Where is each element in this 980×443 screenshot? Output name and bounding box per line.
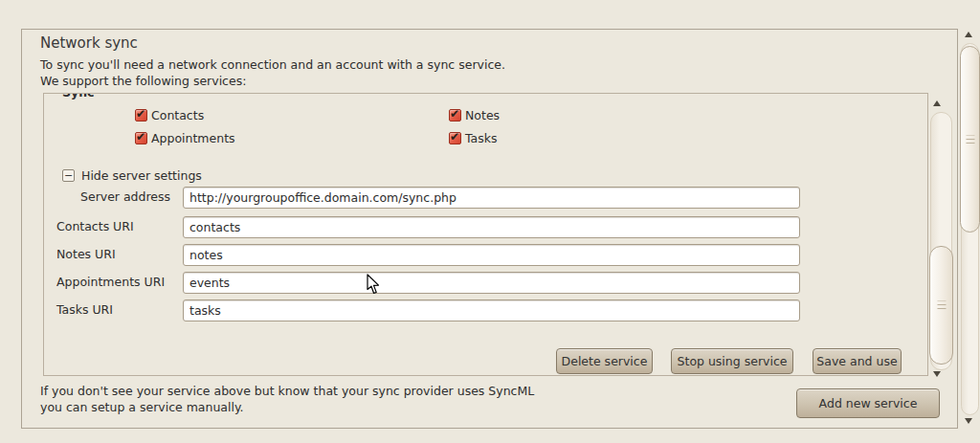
notes-uri-label: Notes URI (56, 247, 116, 261)
contacts-checkbox[interactable]: ✔ (135, 109, 147, 122)
tasks-checkbox[interactable]: ✔ (449, 132, 461, 144)
scrollbar-grip (966, 135, 974, 144)
check-icon: ✔ (136, 108, 145, 121)
notes-uri-input[interactable] (183, 244, 800, 266)
contacts-uri-label: Contacts URI (56, 219, 134, 233)
footer-line-2: you can setup a service manually. (40, 400, 244, 414)
intro-line-1: To sync you'll need a network connection… (40, 57, 505, 72)
check-icon: ✔ (136, 131, 145, 144)
appointments-uri-label: Appointments URI (56, 275, 165, 289)
delete-service-button[interactable]: Delete service (556, 348, 653, 374)
tasks-uri-label: Tasks URI (56, 302, 113, 317)
footer-line-1: If you don't see your service above but … (40, 384, 534, 398)
window-scroll-down-icon[interactable] (965, 418, 972, 424)
panel-scroll-up-icon[interactable] (933, 100, 941, 106)
tasks-uri-input[interactable] (183, 299, 800, 321)
collapse-icon[interactable]: − (62, 169, 75, 182)
sync-group-label: Sync (62, 93, 94, 100)
stop-using-service-button[interactable]: Stop using service (671, 348, 793, 374)
contacts-checkbox-label[interactable]: Contacts (151, 108, 204, 122)
panel-scrollbar-thumb[interactable] (929, 246, 953, 365)
notes-checkbox[interactable]: ✔ (449, 109, 461, 122)
scrollbar-grip (937, 301, 946, 310)
window-scroll-up-icon[interactable] (965, 32, 972, 37)
notes-checkbox-label[interactable]: Notes (465, 108, 500, 122)
check-icon: ✔ (450, 108, 459, 121)
hide-server-settings-expander[interactable]: Hide server settings (81, 168, 202, 183)
appointments-checkbox[interactable]: ✔ (135, 132, 147, 144)
check-icon: ✔ (450, 131, 459, 144)
add-new-service-button[interactable]: Add new service (796, 388, 940, 418)
server-address-input[interactable] (183, 187, 800, 209)
save-and-use-button[interactable]: Save and use (813, 348, 902, 374)
server-address-label: Server address (80, 189, 170, 204)
appointments-uri-input[interactable] (183, 272, 800, 294)
tasks-checkbox-label[interactable]: Tasks (465, 131, 498, 145)
contacts-uri-input[interactable] (183, 216, 800, 238)
appointments-checkbox-label[interactable]: Appointments (151, 131, 235, 145)
sync-service-panel: Sync ✔ Contacts ✔ Appointments ✔ Notes ✔… (43, 93, 928, 376)
page-title: Network sync (40, 34, 138, 52)
window-scrollbar-thumb[interactable] (960, 46, 980, 233)
panel-scroll-down-icon[interactable] (933, 371, 941, 377)
intro-line-2: We support the following services: (40, 74, 246, 88)
